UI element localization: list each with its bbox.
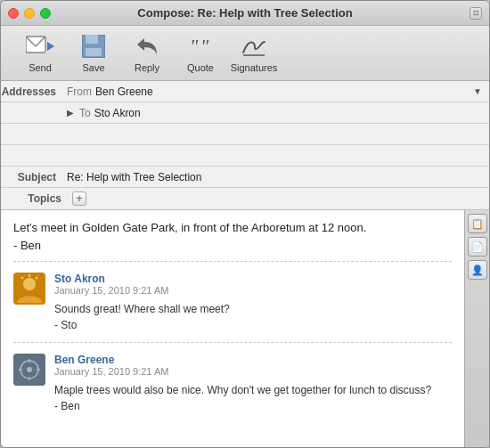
title-bar: Compose: Re: Help with Tree Selection ⊡ (1, 1, 489, 26)
quote-label: Quote (187, 62, 214, 73)
save-button[interactable]: Save (69, 30, 118, 77)
window-title: Compose: Re: Help with Tree Selection (137, 6, 352, 20)
to-label: To (79, 107, 91, 119)
message-date: January 15, 2010 9:21 AM (54, 366, 452, 377)
from-label-inline: From (67, 86, 92, 98)
subject-label: Subject (1, 171, 63, 183)
compose-window: Compose: Re: Help with Tree Selection ⊡ … (0, 0, 490, 448)
form-area: Addresses From Ben Greene ▼ ▶ To Sto Akr… (1, 81, 489, 210)
maximize-button[interactable] (40, 8, 51, 19)
message-meta: Ben Greene January 15, 2010 9:21 AM Mapl… (54, 354, 452, 414)
from-selector[interactable]: From Ben Greene ▼ (67, 86, 486, 98)
quote-button[interactable]: " " Quote (176, 30, 225, 77)
save-icon (79, 34, 108, 59)
subject-field[interactable]: Re: Help with Tree Selection (63, 168, 489, 186)
svg-rect-3 (86, 35, 98, 44)
empty-row-1 (1, 124, 489, 145)
minimize-button[interactable] (24, 8, 35, 19)
svg-point-19 (27, 367, 32, 372)
zoom-button[interactable]: ⊡ (470, 7, 482, 20)
signatures-button[interactable]: Signatures (229, 30, 279, 77)
traffic-lights (8, 8, 51, 19)
reply-icon (133, 34, 161, 59)
subject-value: Re: Help with Tree Selection (67, 171, 201, 183)
topics-label: Topics (6, 192, 69, 205)
separator-2 (13, 342, 452, 343)
topics-row: Topics + (1, 188, 489, 209)
compose-text[interactable]: Let's meet in Golden Gate Park, in front… (13, 219, 452, 254)
from-field: From Ben Greene ▼ (63, 83, 489, 101)
separator-1 (13, 261, 452, 262)
send-icon (26, 34, 54, 59)
addresses-label: Addresses (1, 86, 63, 98)
svg-text:": " (190, 35, 199, 57)
extra-to-field-2[interactable] (63, 147, 489, 165)
to-field[interactable]: ▶ To Sto Akron (63, 104, 489, 122)
signatures-label: Signatures (231, 62, 278, 73)
from-value: Ben Greene (95, 86, 153, 98)
message-author[interactable]: Sto Akron (54, 273, 452, 285)
send-label: Send (29, 62, 52, 73)
topics-add-button[interactable]: + (72, 191, 86, 206)
panel-button-2[interactable]: 📄 (468, 237, 487, 257)
quote-icon: " " (186, 34, 215, 59)
svg-line-12 (21, 277, 23, 279)
addresses-row: Addresses From Ben Greene ▼ (1, 81, 489, 102)
close-button[interactable] (8, 8, 19, 19)
from-dropdown-arrow: ▼ (473, 86, 482, 96)
svg-marker-1 (47, 42, 54, 51)
message-meta: Sto Akron January 15, 2010 9:21 AM Sound… (54, 273, 452, 333)
save-label: Save (82, 62, 104, 73)
message-area: Let's meet in Golden Gate Park, in front… (1, 210, 489, 447)
send-button[interactable]: Send (15, 30, 65, 77)
message-author[interactable]: Ben Greene (54, 354, 452, 366)
reply-button[interactable]: Reply (122, 30, 172, 77)
message-content[interactable]: Let's meet in Golden Gate Park, in front… (1, 210, 464, 447)
message-date: January 15, 2010 9:21 AM (54, 285, 452, 296)
right-panel: 📋 📄 👤 (464, 210, 489, 447)
empty-row-2 (1, 145, 489, 167)
extra-to-field-1[interactable] (63, 126, 489, 143)
svg-point-9 (23, 278, 36, 290)
svg-line-11 (36, 277, 37, 279)
to-row: ▶ To Sto Akron (1, 102, 489, 124)
svg-text:": " (200, 35, 209, 57)
avatar (13, 354, 45, 386)
avatar (13, 273, 45, 305)
panel-button-1[interactable]: 📋 (468, 214, 487, 233)
panel-button-3[interactable]: 👤 (468, 260, 487, 280)
to-value: Sto Akron (94, 107, 141, 119)
subject-row: Subject Re: Help with Tree Selection (1, 167, 489, 188)
list-item: Ben Greene January 15, 2010 9:21 AM Mapl… (13, 350, 452, 414)
message-body: Maple trees would also be nice. Why don'… (54, 382, 452, 414)
list-item: Sto Akron January 15, 2010 9:21 AM Sound… (13, 269, 452, 333)
signatures-icon (240, 34, 268, 59)
reply-label: Reply (135, 62, 159, 73)
svg-rect-4 (86, 48, 102, 56)
toolbar: Send Save Reply " (1, 26, 489, 81)
message-body: Sounds great! Where shall we meet?- Sto (54, 301, 452, 333)
to-expand-arrow: ▶ (67, 108, 74, 118)
